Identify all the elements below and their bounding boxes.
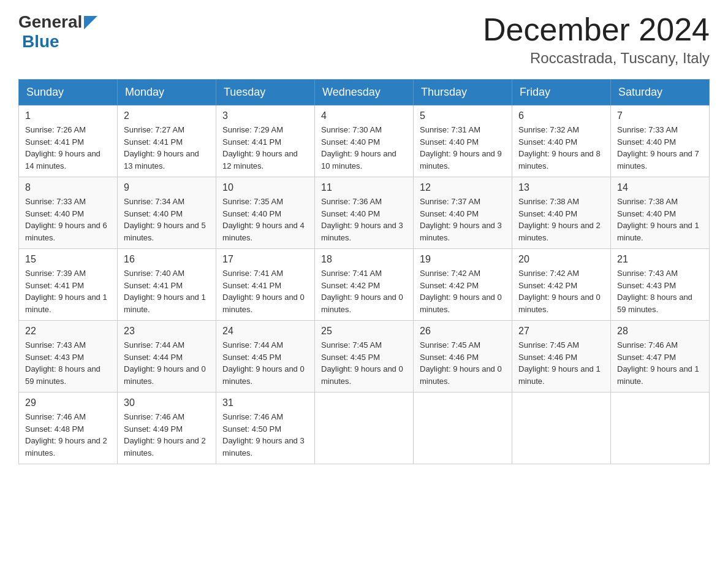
day-number: 13 (518, 182, 604, 193)
sunrise-label: Sunrise: 7:46 AM (124, 412, 184, 421)
day-number: 1 (25, 110, 111, 121)
day-info: Sunrise: 7:40 AM Sunset: 4:41 PM Dayligh… (124, 267, 210, 315)
sunset-label: Sunset: 4:40 PM (420, 137, 479, 147)
day-number: 14 (617, 182, 703, 193)
daylight-label: Daylight: 9 hours and 0 minutes. (420, 364, 502, 386)
calendar-cell: 1 Sunrise: 7:26 AM Sunset: 4:41 PM Dayli… (19, 105, 118, 177)
day-number: 8 (25, 182, 111, 193)
day-info: Sunrise: 7:35 AM Sunset: 4:40 PM Dayligh… (222, 196, 308, 243)
day-number: 17 (222, 254, 308, 265)
sunset-label: Sunset: 4:46 PM (420, 353, 479, 362)
calendar-cell: 25 Sunrise: 7:45 AM Sunset: 4:45 PM Dayl… (315, 321, 414, 393)
calendar-week-row: 1 Sunrise: 7:26 AM Sunset: 4:41 PM Dayli… (19, 105, 710, 177)
sunset-label: Sunset: 4:40 PM (25, 209, 84, 218)
calendar-cell: 26 Sunrise: 7:45 AM Sunset: 4:46 PM Dayl… (414, 321, 512, 393)
daylight-label: Daylight: 9 hours and 1 minute. (25, 293, 107, 314)
daylight-label: Daylight: 9 hours and 1 minute. (617, 364, 699, 386)
sunrise-label: Sunrise: 7:33 AM (617, 125, 678, 134)
calendar-cell: 3 Sunrise: 7:29 AM Sunset: 4:41 PM Dayli… (216, 105, 315, 177)
day-info: Sunrise: 7:46 AM Sunset: 4:50 PM Dayligh… (222, 411, 308, 459)
daylight-label: Daylight: 9 hours and 0 minutes. (222, 364, 305, 386)
day-number: 21 (617, 254, 703, 265)
sunset-label: Sunset: 4:41 PM (124, 137, 183, 147)
day-info: Sunrise: 7:43 AM Sunset: 4:43 PM Dayligh… (25, 339, 111, 387)
daylight-label: Daylight: 9 hours and 0 minutes. (124, 364, 206, 386)
sunrise-label: Sunrise: 7:36 AM (321, 197, 382, 206)
day-number: 18 (321, 254, 407, 265)
sunrise-label: Sunrise: 7:33 AM (25, 197, 86, 206)
sunset-label: Sunset: 4:42 PM (321, 281, 380, 290)
sunrise-label: Sunrise: 7:38 AM (518, 197, 579, 206)
daylight-label: Daylight: 9 hours and 12 minutes. (222, 149, 298, 170)
calendar-header-row: SundayMondayTuesdayWednesdayThursdayFrid… (19, 80, 710, 105)
sunset-label: Sunset: 4:42 PM (518, 281, 577, 290)
column-header-tuesday: Tuesday (216, 80, 315, 105)
calendar-cell: 7 Sunrise: 7:33 AM Sunset: 4:40 PM Dayli… (611, 105, 710, 177)
daylight-label: Daylight: 9 hours and 0 minutes. (321, 293, 403, 314)
calendar-cell: 8 Sunrise: 7:33 AM Sunset: 4:40 PM Dayli… (19, 177, 118, 249)
day-info: Sunrise: 7:45 AM Sunset: 4:46 PM Dayligh… (518, 339, 604, 387)
daylight-label: Daylight: 9 hours and 4 minutes. (222, 221, 305, 242)
day-info: Sunrise: 7:46 AM Sunset: 4:47 PM Dayligh… (617, 339, 703, 387)
day-number: 27 (518, 326, 604, 337)
day-info: Sunrise: 7:36 AM Sunset: 4:40 PM Dayligh… (321, 196, 407, 243)
calendar-cell: 13 Sunrise: 7:38 AM Sunset: 4:40 PM Dayl… (512, 177, 611, 249)
logo-blue-text: Blue (22, 32, 59, 51)
sunrise-label: Sunrise: 7:27 AM (124, 125, 184, 134)
calendar-cell: 12 Sunrise: 7:37 AM Sunset: 4:40 PM Dayl… (414, 177, 512, 249)
day-number: 20 (518, 254, 604, 265)
day-number: 25 (321, 326, 407, 337)
sunset-label: Sunset: 4:40 PM (518, 209, 577, 218)
day-number: 7 (617, 110, 703, 121)
calendar-cell: 17 Sunrise: 7:41 AM Sunset: 4:41 PM Dayl… (216, 249, 315, 321)
daylight-label: Daylight: 9 hours and 8 minutes. (518, 149, 601, 170)
day-number: 28 (617, 326, 703, 337)
calendar-cell: 22 Sunrise: 7:43 AM Sunset: 4:43 PM Dayl… (19, 321, 118, 393)
day-info: Sunrise: 7:29 AM Sunset: 4:41 PM Dayligh… (222, 124, 308, 172)
sunset-label: Sunset: 4:41 PM (124, 281, 183, 290)
day-number: 22 (25, 326, 111, 337)
daylight-label: Daylight: 9 hours and 0 minutes. (222, 293, 305, 314)
calendar-cell: 23 Sunrise: 7:44 AM Sunset: 4:44 PM Dayl… (118, 321, 216, 393)
day-info: Sunrise: 7:45 AM Sunset: 4:45 PM Dayligh… (321, 339, 407, 387)
sunset-label: Sunset: 4:45 PM (321, 353, 380, 362)
sunrise-label: Sunrise: 7:32 AM (518, 125, 579, 134)
daylight-label: Daylight: 9 hours and 10 minutes. (321, 149, 396, 170)
day-number: 19 (420, 254, 506, 265)
logo: General Blue (18, 12, 97, 52)
logo-general-text: General (18, 12, 82, 32)
sunrise-label: Sunrise: 7:26 AM (25, 125, 86, 134)
day-info: Sunrise: 7:44 AM Sunset: 4:45 PM Dayligh… (222, 339, 308, 387)
sunset-label: Sunset: 4:49 PM (124, 424, 183, 434)
day-info: Sunrise: 7:30 AM Sunset: 4:40 PM Dayligh… (321, 124, 407, 172)
column-header-sunday: Sunday (19, 80, 118, 105)
daylight-label: Daylight: 9 hours and 1 minute. (518, 364, 601, 386)
day-number: 3 (222, 110, 308, 121)
sunrise-label: Sunrise: 7:43 AM (25, 340, 86, 350)
calendar-week-row: 15 Sunrise: 7:39 AM Sunset: 4:41 PM Dayl… (19, 249, 710, 321)
sunset-label: Sunset: 4:40 PM (124, 209, 183, 218)
month-title: December 2024 (483, 12, 710, 47)
day-info: Sunrise: 7:42 AM Sunset: 4:42 PM Dayligh… (420, 267, 506, 315)
daylight-label: Daylight: 9 hours and 2 minutes. (124, 436, 206, 458)
daylight-label: Daylight: 9 hours and 3 minutes. (321, 221, 403, 242)
svg-marker-0 (84, 16, 97, 29)
calendar-cell (315, 393, 414, 464)
day-info: Sunrise: 7:37 AM Sunset: 4:40 PM Dayligh… (420, 196, 506, 243)
sunrise-label: Sunrise: 7:44 AM (124, 340, 184, 350)
calendar-cell: 27 Sunrise: 7:45 AM Sunset: 4:46 PM Dayl… (512, 321, 611, 393)
sunrise-label: Sunrise: 7:45 AM (321, 340, 382, 350)
calendar-table: SundayMondayTuesdayWednesdayThursdayFrid… (18, 79, 710, 464)
daylight-label: Daylight: 9 hours and 1 minute. (124, 293, 206, 314)
daylight-label: Daylight: 9 hours and 13 minutes. (124, 149, 199, 170)
location-title: Roccastrada, Tuscany, Italy (483, 50, 710, 67)
day-info: Sunrise: 7:38 AM Sunset: 4:40 PM Dayligh… (518, 196, 604, 243)
sunrise-label: Sunrise: 7:31 AM (420, 125, 480, 134)
calendar-cell: 15 Sunrise: 7:39 AM Sunset: 4:41 PM Dayl… (19, 249, 118, 321)
logo-icon: General Blue (18, 12, 97, 52)
sunrise-label: Sunrise: 7:41 AM (321, 269, 382, 278)
logo-triangle-icon (84, 16, 97, 29)
calendar-cell: 29 Sunrise: 7:46 AM Sunset: 4:48 PM Dayl… (19, 393, 118, 464)
sunset-label: Sunset: 4:40 PM (420, 209, 479, 218)
calendar-cell (611, 393, 710, 464)
